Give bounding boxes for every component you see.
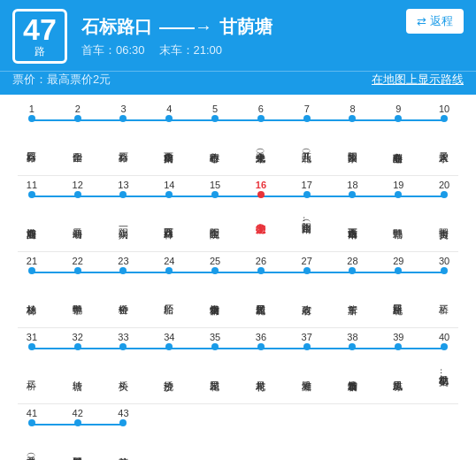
list-item[interactable]: 39凤凰琼堤 — [375, 330, 421, 398]
header-middle: 石标路口 ——→ 甘荫塘 首车：06:30 末车：21:00 — [81, 15, 392, 58]
list-item[interactable]: 30三桥 — [421, 254, 467, 322]
stop-dot — [303, 191, 311, 198]
stop-dot — [257, 115, 265, 122]
list-item[interactable]: 15金阳医院 — [192, 178, 238, 246]
list-item[interactable]: 17金阳南路（… — [284, 178, 330, 246]
stop-dot — [211, 267, 219, 274]
list-item[interactable]: 14石林西路口 — [146, 178, 192, 246]
stop-name: 市行政中心 — [209, 125, 221, 165]
list-item[interactable]: 16龙泉街① — [238, 178, 284, 246]
stop-number: 35 — [210, 332, 220, 342]
stop-number: 15 — [210, 180, 220, 190]
stop-name: 野鸭塘 — [392, 201, 404, 241]
stop-dot — [119, 419, 127, 426]
list-item[interactable]: 9新瑞商业中心 — [375, 102, 421, 170]
stop-name: 金华园 — [72, 125, 84, 165]
stop-name: 碧水云天 — [438, 125, 450, 165]
list-item[interactable]: 42通银配件城 — [55, 406, 101, 460]
stop-number: 12 — [73, 180, 83, 190]
stop-number: 14 — [164, 180, 174, 190]
list-item[interactable]: 21柏杨林 — [9, 254, 55, 322]
stop-dot — [165, 343, 173, 350]
last-bus: 末车：21:00 — [159, 42, 223, 58]
list-item[interactable]: 19野鸭塘 — [375, 178, 421, 246]
list-item[interactable]: 5市行政中心 — [192, 102, 238, 170]
stop-name: 龙泉街① — [255, 201, 267, 241]
return-button[interactable]: ⇄ 返程 — [406, 9, 464, 34]
stop-dot — [211, 115, 219, 122]
stop-name: 电建（公司） — [26, 429, 38, 460]
row-separator — [18, 327, 458, 328]
list-item[interactable]: 31二桥 — [9, 330, 55, 398]
map-link[interactable]: 在地图上显示路线 — [372, 72, 464, 88]
stop-number: 1 — [29, 104, 35, 114]
stop-dot — [395, 343, 402, 350]
list-item[interactable]: 7八匹马（北） — [284, 102, 330, 170]
list-item[interactable]: 32转塘 — [55, 330, 101, 398]
list-item[interactable]: 20贵阳首大 — [421, 178, 467, 246]
list-item[interactable]: 23金钟桥 — [101, 254, 147, 322]
list-item[interactable]: 8黎阳家园 — [330, 102, 376, 170]
first-bus: 首车：06:30 — [81, 42, 145, 58]
stop-name: 八匹马（北） — [301, 125, 313, 165]
stop-number: 19 — [393, 180, 403, 190]
stop-name: 转塘 — [72, 353, 84, 393]
list-item[interactable]: 6绿色未来（北） — [238, 102, 284, 170]
stop-name: 野鸭中学 — [72, 277, 84, 317]
stop-number: 23 — [118, 256, 128, 266]
list-item[interactable]: 33头桥 — [101, 330, 147, 398]
list-item[interactable]: 10碧水云天 — [421, 102, 467, 170]
stop-dot — [165, 267, 173, 274]
list-item[interactable]: 35花果园 — [192, 330, 238, 398]
list-item[interactable]: 28车管所 — [330, 254, 376, 322]
stop-name: 绿色未来（北） — [255, 125, 267, 165]
list-item[interactable]: 13兴阳一幼 — [101, 178, 147, 246]
list-item[interactable]: 24轮胎厂 — [146, 254, 192, 322]
list-item[interactable]: 34浣沙桥 — [146, 330, 192, 398]
stop-name: 西南美食广场 — [163, 125, 175, 165]
stop-dot — [119, 115, 127, 122]
list-item[interactable]: 11碧海商业广场 — [9, 178, 55, 246]
list-item[interactable]: 26天然居花园 — [238, 254, 284, 322]
stops-row: 31二桥32转塘33头桥34浣沙桥35花果园36花果村37湘雅堤38新发装饰市场… — [9, 330, 467, 402]
stop-name: 天然居花园 — [255, 277, 267, 317]
list-item[interactable]: 38新发装饰市场 — [330, 330, 376, 398]
stop-dot — [119, 267, 127, 274]
stop-name: 三桥 — [438, 277, 450, 317]
stop-number: 7 — [304, 104, 310, 114]
list-item[interactable]: 41电建（公司） — [9, 406, 55, 460]
stop-dot — [74, 343, 81, 350]
stop-dot — [165, 191, 173, 198]
list-item[interactable]: 29三桥北路口 — [375, 254, 421, 322]
route-number: 47 — [23, 14, 57, 44]
list-item[interactable]: 36花果村 — [238, 330, 284, 398]
list-item[interactable]: 12碧海二幼 — [55, 178, 101, 246]
list-item[interactable]: 43甘荫塘 — [101, 406, 147, 460]
stop-number: 22 — [73, 256, 83, 266]
stops-row: 11碧海商业广场12碧海二幼13兴阳一幼14石林西路口15金阳医院16龙泉街①1… — [9, 178, 467, 249]
list-item[interactable]: 2金华园 — [55, 102, 101, 170]
stop-name: 碧海二幼 — [72, 201, 84, 241]
list-item[interactable]: 4西南美食广场 — [146, 102, 192, 170]
stop-dot — [74, 115, 81, 122]
list-item[interactable]: 22野鸭中学 — [55, 254, 101, 322]
stop-dot — [74, 419, 81, 426]
stop-number: 30 — [439, 256, 449, 266]
route-info: 首车：06:30 末车：21:00 — [81, 42, 392, 58]
stop-dot — [441, 191, 448, 198]
stops-row: 21柏杨林22野鸭中学23金钟桥24轮胎厂25金关钢材市场26天然居花园27省政… — [9, 254, 467, 326]
list-item[interactable]: 3石标路 — [101, 102, 147, 170]
list-item[interactable]: 18西南五金市场 — [330, 178, 376, 246]
stop-number: 40 — [439, 332, 449, 342]
stop-number: 2 — [75, 104, 81, 114]
list-item[interactable]: 37湘雅堤 — [284, 330, 330, 398]
list-item[interactable]: 27省政府 — [284, 254, 330, 322]
list-item[interactable]: 40机动车交易… — [421, 330, 467, 398]
return-icon: ⇄ — [417, 15, 426, 28]
stop-number: 6 — [258, 104, 264, 114]
list-item[interactable]: 25金关钢材市场 — [192, 254, 238, 322]
route-to: 甘荫塘 — [219, 15, 273, 39]
stop-name: 凤凰琼堤 — [392, 353, 404, 393]
stop-dot — [28, 419, 35, 426]
list-item[interactable]: 1石标路口 — [9, 102, 55, 170]
